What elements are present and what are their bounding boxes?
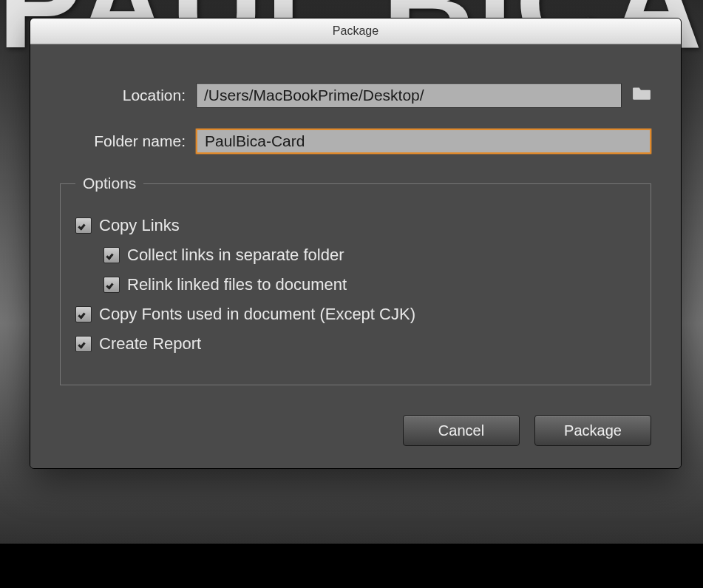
relink-files-label: Relink linked files to document [127, 275, 347, 294]
dialog-title: Package [333, 24, 378, 38]
option-copy-links[interactable]: Copy Links [75, 216, 636, 235]
copy-fonts-label: Copy Fonts used in document (Except CJK) [99, 305, 415, 324]
option-collect-links[interactable]: Collect links in separate folder [103, 246, 636, 265]
copy-links-checkbox[interactable] [75, 217, 92, 234]
location-row: Location: /Users/MacBookPrime/Desktop/ [60, 83, 651, 108]
dialog-body: Location: /Users/MacBookPrime/Desktop/ F… [30, 44, 681, 468]
options-fieldset: Options Copy Links Collect links in sepa… [60, 175, 651, 385]
collect-links-label: Collect links in separate folder [127, 246, 344, 265]
dialog-buttons: Cancel Package [60, 415, 651, 446]
folder-name-label: Folder name: [60, 132, 196, 150]
option-relink-files[interactable]: Relink linked files to document [103, 275, 636, 294]
cancel-button-label: Cancel [438, 422, 484, 439]
location-label: Location: [60, 87, 196, 104]
location-input[interactable]: /Users/MacBookPrime/Desktop/ [196, 83, 622, 108]
copy-links-label: Copy Links [99, 216, 180, 235]
browse-folder-button[interactable] [632, 85, 651, 106]
collect-links-checkbox[interactable] [103, 247, 120, 263]
folder-name-row: Folder name: PaulBica-Card [60, 129, 651, 154]
cancel-button[interactable]: Cancel [403, 415, 520, 446]
package-dialog: Package Location: /Users/MacBookPrime/De… [30, 18, 682, 469]
package-button-label: Package [564, 422, 622, 439]
background-rocks [0, 544, 703, 588]
dialog-titlebar: Package [30, 18, 681, 44]
create-report-label: Create Report [99, 334, 201, 354]
create-report-checkbox[interactable] [75, 336, 92, 352]
option-create-report[interactable]: Create Report [75, 334, 636, 354]
folder-name-input[interactable]: PaulBica-Card [196, 129, 651, 154]
options-legend: Options [75, 175, 143, 192]
folder-icon [632, 85, 651, 101]
location-value: /Users/MacBookPrime/Desktop/ [204, 87, 424, 104]
copy-fonts-checkbox[interactable] [75, 306, 92, 322]
folder-name-value: PaulBica-Card [205, 132, 305, 150]
option-copy-fonts[interactable]: Copy Fonts used in document (Except CJK) [75, 305, 636, 324]
package-button[interactable]: Package [534, 415, 651, 446]
relink-files-checkbox[interactable] [103, 277, 120, 293]
